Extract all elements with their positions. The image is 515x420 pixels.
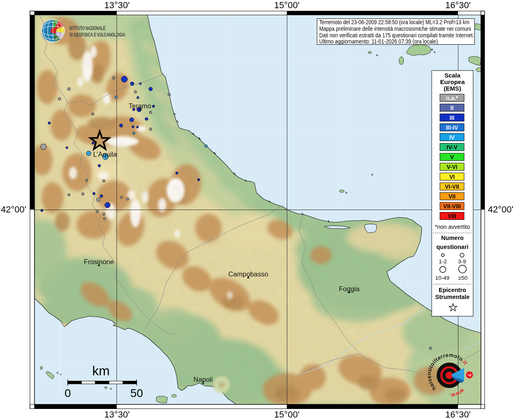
svg-text:1-2: 1-2 [439, 258, 447, 265]
svg-text:Numero: Numero [441, 235, 464, 241]
svg-text:42°00': 42°00' [488, 204, 513, 215]
svg-text:VII: VII [449, 193, 455, 200]
svg-text:Europea: Europea [440, 78, 465, 85]
svg-text:VII-VIII: VII-VIII [443, 203, 461, 210]
svg-text:VI: VI [449, 173, 455, 180]
svg-text:n.a.*: n.a.* [446, 95, 458, 101]
svg-text:ISTITUTO NAZIONALE: ISTITUTO NAZIONALE [69, 25, 105, 31]
svg-text:Ultimo aggiornamento: 11-01-20: Ultimo aggiornamento: 11-01-2026 07:39 (… [319, 38, 438, 45]
svg-text:V-VI: V-VI [446, 164, 457, 170]
svg-text:≥50: ≥50 [458, 275, 467, 281]
svg-text:15°00': 15°00' [274, 409, 300, 420]
svg-text:50: 50 [130, 387, 143, 399]
svg-text:II: II [451, 105, 454, 111]
svg-text:Mappa preliminare delle intens: Mappa preliminare delle intensità macros… [319, 25, 471, 32]
svg-text:13°30': 13°30' [104, 0, 130, 10]
svg-text:16°30': 16°30' [445, 0, 471, 10]
svg-text:III: III [450, 114, 455, 121]
svg-text:3-9: 3-9 [458, 258, 466, 265]
svg-text:10-49: 10-49 [435, 275, 450, 281]
svg-text:IV-V: IV-V [446, 144, 458, 151]
svg-text:DI GEOFISICA E VULCANOLOGIA: DI GEOFISICA E VULCANOLOGIA [69, 32, 125, 38]
svg-text:VI-VII: VI-VII [445, 183, 459, 190]
svg-text:V: V [450, 154, 454, 160]
svg-text:42°00': 42°00' [1, 204, 26, 215]
svg-text:Scala: Scala [444, 72, 461, 79]
svg-text:III-IV: III-IV [446, 124, 458, 131]
svg-text:questionari: questionari [436, 244, 468, 250]
svg-text:13°30': 13°30' [104, 409, 130, 420]
svg-text:IV: IV [449, 134, 455, 141]
svg-text:km: km [92, 363, 110, 378]
svg-text:L’Aquila: L’Aquila [93, 151, 117, 158]
svg-text:0: 0 [64, 387, 71, 399]
svg-text:*non avvertito: *non avvertito [435, 224, 470, 230]
svg-text:15°00': 15°00' [274, 0, 300, 10]
svg-text:(EMS): (EMS) [444, 85, 461, 92]
svg-text:16°30': 16°30' [445, 409, 471, 420]
svg-text:Strumentale: Strumentale [435, 294, 470, 300]
svg-text:Terremoto del 23-06-2009 22:58: Terremoto del 23-06-2009 22:58:50 (ora l… [319, 18, 469, 25]
svg-text:VIII: VIII [448, 213, 456, 219]
svg-text:Epicentro: Epicentro [439, 287, 466, 293]
